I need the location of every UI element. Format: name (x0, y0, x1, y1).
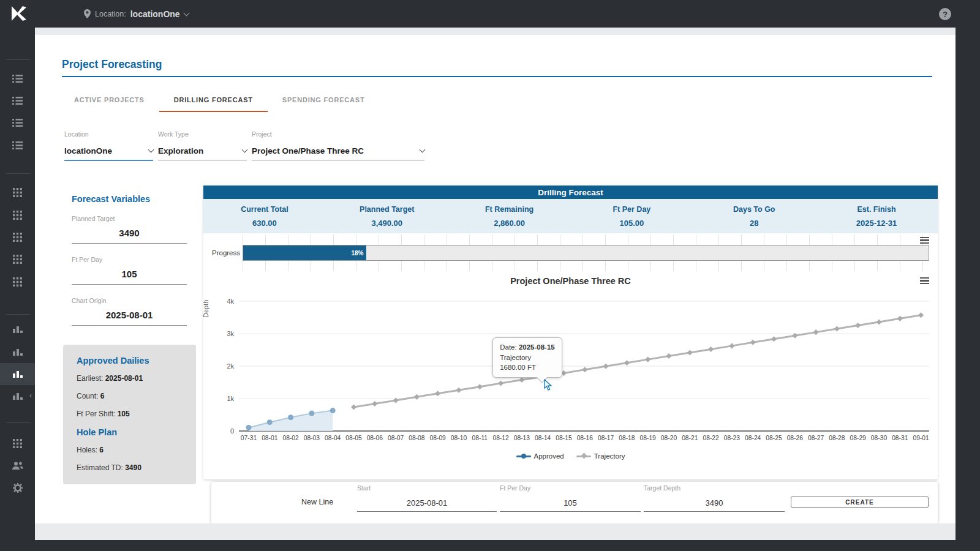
hole-plan-title: Hole Plan (77, 427, 183, 437)
new-line-ft-per-day-input[interactable] (500, 492, 641, 512)
stat-header: Ft Per Day (612, 205, 650, 214)
sidebar-item-chart-1[interactable] (0, 318, 35, 340)
x-tick-label: 08-20 (661, 435, 677, 441)
tab-active-projects[interactable]: ACTIVE PROJECTS (59, 90, 159, 112)
sidebar-item-chart-2[interactable] (0, 341, 35, 363)
progress-menu-icon[interactable] (920, 237, 929, 244)
legend-trajectory[interactable]: Trajectory (576, 452, 625, 460)
chevron-left-icon: ‹ (29, 391, 32, 400)
tooltip-series: Trajectory (500, 353, 555, 363)
sidebar-item-list-2[interactable] (0, 89, 35, 111)
grid-icon (13, 188, 22, 197)
chart-origin-field: Chart Origin (72, 297, 187, 326)
sidebar-item-grid-3[interactable] (0, 226, 35, 248)
ft-per-shift-label: Ft Per Shift: (77, 410, 118, 418)
new-line-target-depth-field: Target Depth (644, 484, 785, 512)
project-filter-select[interactable]: Project One/Phase Three RC (252, 146, 424, 160)
earliest-label: Earliest: (77, 374, 105, 383)
x-tick-label: 08-01 (262, 435, 277, 441)
legend-approved[interactable]: Approved (516, 452, 564, 460)
sidebar-divider (6, 59, 31, 60)
count-label: Count: (77, 392, 100, 400)
work-type-filter: Work Type Exploration (158, 130, 247, 160)
progress-chart: Progress 18% (203, 233, 938, 272)
stat-ft-per-day: Ft Per Day105.00 (570, 199, 693, 233)
stat-planned-target: Planned Target3,490.00 (326, 199, 448, 233)
earliest-value: 2025-08-01 (105, 374, 143, 383)
sidebar-item-chart-3-active[interactable] (0, 363, 35, 385)
x-tick-label: 08-13 (514, 435, 530, 441)
location-selector[interactable]: Location: locationOne (84, 0, 189, 28)
x-tick-label: 08-04 (325, 435, 341, 441)
location-label: Location: (95, 10, 126, 18)
app-logo[interactable] (11, 6, 27, 21)
work-type-filter-select[interactable]: Exploration (158, 146, 247, 160)
chart-origin-label: Chart Origin (72, 297, 187, 304)
holes-item: Holes: 6 (77, 446, 183, 454)
tab-bar: ACTIVE PROJECTS DRILLING FORECAST SPENDI… (59, 90, 379, 112)
sidebar-item-apps[interactable] (0, 432, 35, 454)
grid-icon (13, 277, 22, 287)
tab-drilling-forecast[interactable]: DRILLING FORECAST (159, 90, 268, 112)
drilling-forecast-header: Drilling Forecast (203, 186, 938, 199)
ft-per-day-input[interactable] (72, 263, 187, 285)
target-depth-input[interactable] (644, 492, 785, 512)
main-panel: Project Forecasting ACTIVE PROJECTS DRIL… (35, 28, 956, 540)
chevron-down-icon (183, 10, 189, 17)
chart-menu-icon[interactable] (920, 277, 929, 284)
x-tick-label: 08-11 (472, 435, 488, 441)
sidebar-divider (6, 173, 31, 174)
sidebar-divider (6, 314, 31, 315)
chart-title: Project One/Phase Three RC (203, 276, 938, 286)
help-button[interactable]: ? (939, 8, 951, 20)
target-depth-label: Target Depth (644, 484, 785, 492)
stat-est-finish: Est. Finish2025-12-31 (815, 199, 938, 233)
start-input[interactable] (357, 492, 497, 512)
sidebar-item-users[interactable] (0, 454, 35, 476)
count-value: 6 (100, 392, 105, 400)
work-type-filter-value: Exploration (158, 146, 203, 156)
holes-value: 6 (99, 446, 104, 454)
list-icon (12, 119, 23, 127)
sidebar-item-grid-1[interactable] (0, 181, 35, 203)
grid-icon (13, 233, 22, 242)
list-icon (12, 75, 23, 83)
chart-origin-input[interactable] (72, 304, 187, 326)
progress-percent: 18% (351, 250, 366, 257)
x-tick-label: 08-15 (556, 435, 571, 441)
create-button[interactable]: CREATE (791, 497, 929, 508)
approved-dailies-title: Approved Dailies (77, 356, 183, 365)
chevron-down-icon (242, 147, 248, 153)
sidebar-item-list-1[interactable] (0, 67, 35, 89)
start-label: Start (357, 484, 497, 492)
new-line-label: New Line (301, 498, 333, 506)
x-tick-label: 08-18 (619, 435, 635, 441)
sidebar-item-grid-4[interactable] (0, 248, 35, 270)
sidebar-item-grid-5[interactable] (0, 271, 35, 293)
tab-spending-forecast[interactable]: SPENDING FORECAST (268, 90, 380, 112)
location-filter-label: Location (64, 130, 153, 138)
x-tick-label: 08-03 (304, 435, 320, 441)
chart-plot-area[interactable] (203, 292, 938, 445)
field-underline (64, 160, 153, 161)
panel-top-strip (35, 28, 956, 35)
stat-ft-remaining: Ft Remaining2,860.00 (448, 199, 571, 233)
sidebar-item-grid-2[interactable] (0, 204, 35, 226)
mouse-cursor (544, 379, 552, 391)
location-filter: Location locationOne (64, 130, 153, 161)
stat-value: 3,490.00 (371, 219, 402, 228)
planned-target-input[interactable] (72, 222, 187, 244)
drilling-forecast-card: Drilling Forecast Current Total630.00 Pl… (203, 186, 938, 479)
stat-header: Ft Remaining (485, 205, 533, 214)
sidebar-item-list-4[interactable] (0, 134, 35, 156)
location-filter-select[interactable]: locationOne (64, 146, 153, 160)
stat-header: Planned Target (360, 205, 414, 214)
sidebar-item-settings[interactable] (0, 477, 35, 499)
new-line-ft-per-day-field: Ft Per Day (500, 484, 641, 512)
chart-tooltip: Date: 2025-08-15 Trajectory 1680.00 FT (492, 337, 562, 378)
x-tick-label: 09-01 (913, 435, 929, 441)
location-value[interactable]: locationOne (130, 9, 180, 19)
tooltip-value: 1680.00 FT (500, 362, 555, 373)
sidebar-item-chart-4[interactable]: ‹ (0, 385, 35, 407)
sidebar-item-list-3[interactable] (0, 111, 35, 133)
